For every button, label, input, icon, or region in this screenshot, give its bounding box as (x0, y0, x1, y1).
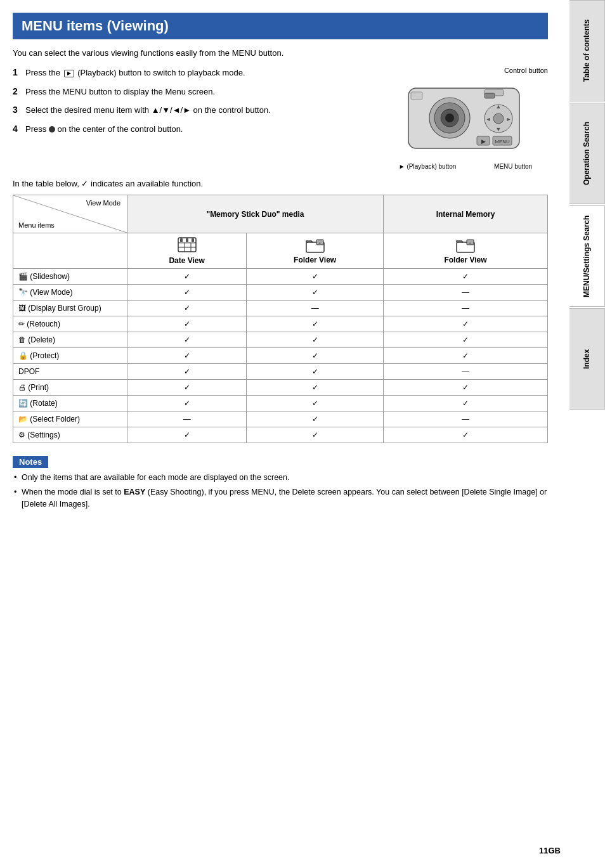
folderview1-cell: ✓ (247, 316, 384, 332)
menu-item-cell: 🔒 (Protect) (13, 348, 127, 364)
tab-menu-settings-search[interactable]: MENU/Settings Search (569, 205, 605, 307)
dateview-cell: ✓ (127, 348, 247, 364)
dateview-cell: ✓ (127, 269, 247, 285)
notes-list: Only the items that are available for ea… (13, 472, 548, 510)
folderview1-cell: ✓ (247, 285, 384, 301)
step-text-2: Press the MENU button to display the Men… (25, 86, 370, 98)
tab-table-of-contents[interactable]: Table of contents (569, 0, 605, 101)
svg-rect-17 (411, 92, 422, 100)
folderview2-cell: ✓ (383, 316, 547, 332)
sidebar: Table of contents Operation Search MENU/… (569, 0, 605, 868)
svg-text:►: ► (506, 116, 512, 122)
menu-item-cell: 🗑 (Delete) (13, 332, 127, 348)
table-row: 🔭 (View Mode)✓✓— (13, 285, 548, 301)
folderview1-cell: ✓ (247, 411, 384, 427)
svg-text:▲: ▲ (496, 103, 502, 110)
tab-operation-search[interactable]: Operation Search (569, 103, 605, 204)
step-3: 3 Select the desired menu item with ▲/▼/… (13, 104, 370, 117)
step-num-3: 3 (13, 104, 25, 117)
dateview-cell: ✓ (127, 332, 247, 348)
folderview2-cell: ✓ (383, 427, 547, 443)
menu-item-cell: 🔭 (View Mode) (13, 285, 127, 301)
step-text-1: Press the (Playback) button to switch to… (25, 67, 370, 79)
folderview2-cell: ✓ (383, 396, 547, 411)
step-num-2: 2 (13, 86, 25, 98)
notes-label: Notes (13, 456, 48, 468)
internalmemory-header: Internal Memory (383, 195, 547, 233)
folderview2-cell: — (383, 364, 547, 380)
table-row: 🎬 (Slideshow)✓✓✓ (13, 269, 548, 285)
check-text: In the table below, ✓ indicates an avail… (13, 179, 548, 188)
menu-item-cell: 🖨 (Print) (13, 380, 127, 396)
table-header-row-2: Date View + Folder View (13, 233, 548, 269)
svg-rect-24 (180, 238, 183, 242)
menu-item-cell: 🖼 (Display Burst Group) (13, 301, 127, 316)
dateview-cell: ✓ (127, 364, 247, 380)
table-body: 🎬 (Slideshow)✓✓✓🔭 (View Mode)✓✓—🖼 (Displ… (13, 269, 548, 443)
table-row: 📂 (Select Folder)—✓— (13, 411, 548, 427)
dateview-cell: — (127, 411, 247, 427)
table-row: 🖨 (Print)✓✓✓ (13, 380, 548, 396)
table-row: 🔒 (Protect)✓✓✓ (13, 348, 548, 364)
step-text-3: Select the desired menu item with ▲/▼/◄/… (25, 104, 370, 117)
menuitem-label: Menu items (18, 221, 55, 229)
folderview1-cell: ✓ (247, 380, 384, 396)
tab-index[interactable]: Index (569, 308, 605, 410)
table-row: DPOF✓✓— (13, 364, 548, 380)
menu-item-cell: ⚙ (Settings) (13, 427, 127, 443)
page-number: 11GB (539, 846, 561, 855)
menu-item-cell: 📂 (Select Folder) (13, 411, 127, 427)
dateview-header: Date View (127, 233, 247, 269)
svg-text:+: + (469, 241, 471, 245)
table-row: 🔄 (Rotate)✓✓✓ (13, 396, 548, 411)
svg-text:▼: ▼ (496, 126, 502, 133)
folderview2-cell: ✓ (383, 348, 547, 364)
page-title: MENU items (Viewing) (13, 13, 548, 39)
notes-section: Notes Only the items that are available … (13, 456, 548, 510)
svg-rect-25 (186, 238, 188, 242)
dateview-cell: ✓ (127, 285, 247, 301)
steps-and-image: 1 Press the (Playback) button to switch … (13, 67, 548, 170)
folderview1-label: Folder View (252, 256, 378, 264)
dateview-label: Date View (133, 256, 241, 265)
folderview2-cell: ✓ (383, 269, 547, 285)
svg-point-4 (445, 113, 454, 122)
svg-point-7 (493, 113, 504, 124)
main-content: MENU items (Viewing) You can select the … (0, 0, 567, 525)
menu-table: View Mode Menu items "Memory Stick Duo" … (13, 195, 548, 443)
camera-labels-bottom: ► (Playback) button MENU button (383, 163, 548, 170)
step-4: 4 Press on the center of the control but… (13, 123, 370, 136)
table-row: ✏ (Retouch)✓✓✓ (13, 316, 548, 332)
note-item-1: Only the items that are available for ea… (13, 472, 548, 484)
empty-header (13, 233, 127, 269)
svg-text:▶: ▶ (481, 138, 486, 145)
folderview2-icon: + (389, 237, 542, 256)
table-row: 🗑 (Delete)✓✓✓ (13, 332, 548, 348)
camera-diagram: Control button ▲ ▼ ◄ ► (383, 67, 548, 170)
menu-item-cell: 🎬 (Slideshow) (13, 269, 127, 285)
folderview2-label: Folder View (389, 256, 542, 264)
camera-label-control: Control button (504, 67, 548, 74)
menu-item-cell: 🔄 (Rotate) (13, 396, 127, 411)
menu-item-cell: DPOF (13, 364, 127, 380)
dateview-cell: ✓ (127, 316, 247, 332)
note-item-2: When the mode dial is set to EASY (Easy … (13, 486, 548, 510)
folderview2-cell: — (383, 301, 547, 316)
folderview1-cell: ✓ (247, 427, 384, 443)
svg-text:MENU: MENU (495, 139, 510, 145)
svg-rect-16 (485, 93, 495, 98)
folderview2-cell: — (383, 411, 547, 427)
table-row: 🖼 (Display Burst Group)✓—— (13, 301, 548, 316)
step-2: 2 Press the MENU button to display the M… (13, 86, 370, 98)
intro-text: You can select the various viewing funct… (13, 48, 548, 58)
step-num-4: 4 (13, 123, 25, 136)
steps: 1 Press the (Playback) button to switch … (13, 67, 370, 170)
folderview2-header: + Folder View (383, 233, 547, 269)
dateview-cell: ✓ (127, 427, 247, 443)
folderview1-header: + Folder View (247, 233, 384, 269)
folderview1-cell: ✓ (247, 364, 384, 380)
label-playback-button: ► (Playback) button (399, 163, 457, 170)
step-num-1: 1 (13, 67, 25, 79)
dateview-icon (133, 236, 241, 256)
easy-bold: EASY (124, 488, 145, 496)
